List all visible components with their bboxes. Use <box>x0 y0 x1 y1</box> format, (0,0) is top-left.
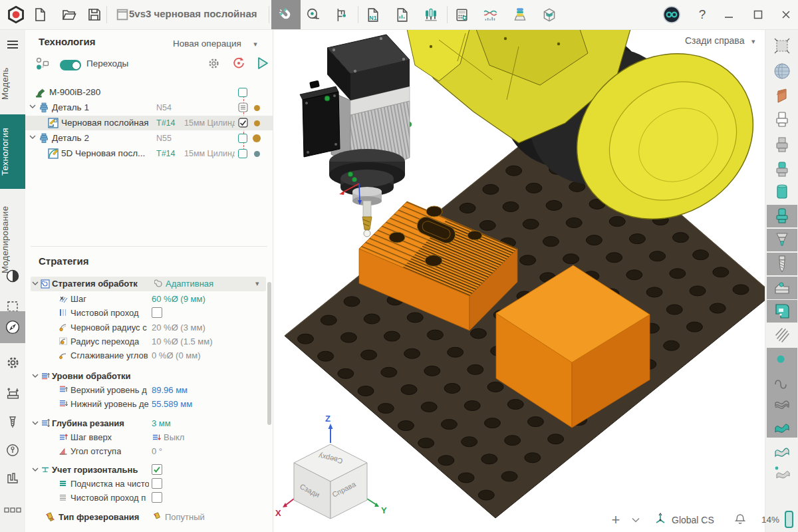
strategy-row-link-radius[interactable]: Радиус перехода 10 %Ø (1.5 мм) <box>25 335 273 348</box>
cone-tool-button[interactable] <box>767 229 797 251</box>
strategy-value[interactable]: Выкл <box>164 432 184 442</box>
tab-model[interactable]: Модель <box>0 56 25 112</box>
shaded-surface-button[interactable] <box>767 415 797 438</box>
holder-teal-gray-button[interactable] <box>767 158 797 181</box>
cs-name-label[interactable]: Global CS <box>672 515 714 525</box>
view-cube[interactable]: Сверху Сзади Справа Z X Y <box>275 414 387 519</box>
strategy-value[interactable]: Попутный <box>165 512 205 522</box>
tree-row-machine[interactable]: M-900iB-280 <box>25 85 273 100</box>
hatch-button[interactable] <box>767 324 797 346</box>
finish-pass-2-checkbox[interactable] <box>152 492 162 503</box>
nc-program-button[interactable]: N1 <box>360 3 384 27</box>
tab-technology[interactable]: Технология <box>0 114 25 189</box>
point-display-button[interactable] <box>767 348 797 370</box>
globe-button[interactable] <box>767 60 797 82</box>
strategy-value[interactable]: 55.589 мм <box>152 399 192 409</box>
strategy-group-levels[interactable]: Уровни обработки <box>25 370 273 383</box>
compass-orient-button[interactable] <box>0 311 25 343</box>
machine-block-button[interactable] <box>767 277 797 299</box>
finish-pass-checkbox[interactable] <box>152 307 162 318</box>
holder-teal-2-button[interactable] <box>767 205 797 227</box>
strategy-value[interactable]: Адаптивная <box>166 279 213 289</box>
drill-bit-button[interactable] <box>767 253 797 275</box>
strategy-value[interactable]: 89.96 мм <box>152 385 188 395</box>
operations-list-icon[interactable] <box>238 102 248 112</box>
strategy-value[interactable]: 60 %Ø (9 мм) <box>152 294 205 304</box>
visibility-checkbox[interactable] <box>238 134 247 143</box>
minimize-button[interactable] <box>717 3 741 27</box>
more-button[interactable] <box>0 495 25 525</box>
fixture-button[interactable] <box>767 108 797 131</box>
curve-display-button[interactable] <box>767 370 797 393</box>
viewport-3d[interactable]: Сверху Сзади Справа Z X Y <box>273 29 766 532</box>
cleanup-checkbox[interactable] <box>152 478 162 489</box>
strategy-value[interactable]: 20 %Ø (3 мм) <box>152 323 205 332</box>
stock-frame-button[interactable] <box>767 35 797 57</box>
strategy-value[interactable]: 3 мм <box>152 418 171 428</box>
strategy-row-step-up[interactable]: Шаг вверх Выкл <box>25 431 273 444</box>
recalculate-button[interactable] <box>230 55 247 72</box>
chevron-down-icon[interactable] <box>32 467 39 471</box>
workpiece-button[interactable] <box>767 134 797 156</box>
stock-setup-button[interactable] <box>0 378 25 408</box>
tree-row-roughing-op[interactable]: Черновая послойная T#14 15мм Цилинд <box>25 116 273 130</box>
tree-row-5d-op[interactable]: 5D Черновая посл... T#14 15мм Цилинд <box>25 146 273 161</box>
strategy-row-bottom-level[interactable]: Нижний уровень де 55.589 мм <box>25 398 273 411</box>
chevron-down-icon[interactable] <box>32 281 39 285</box>
tree-row-part2[interactable]: Деталь 2 N55 <box>25 131 273 146</box>
holder-teal-button[interactable] <box>767 181 797 203</box>
strategy-value[interactable]: 10 %Ø (1.5 мм) <box>152 336 213 346</box>
visibility-checkbox[interactable] <box>238 88 247 97</box>
strategy-row-finish-pass-2[interactable]: Чистовой проход п <box>25 491 273 505</box>
strategy-group-cut-depth[interactable]: Глубина резания 3 мм <box>25 417 273 430</box>
cs-expand-button[interactable] <box>629 515 642 525</box>
gauge-button[interactable] <box>0 435 25 466</box>
strategy-row-finish-pass[interactable]: Чистовой проход <box>25 307 273 320</box>
shading-mode-button[interactable] <box>0 261 25 291</box>
machine-teal-button[interactable] <box>767 300 797 323</box>
report-button[interactable] <box>390 3 414 27</box>
surface-points-button[interactable] <box>767 462 797 484</box>
chevron-down-icon[interactable] <box>29 104 36 108</box>
maximize-button[interactable] <box>746 3 770 27</box>
caliper-button[interactable] <box>329 3 352 27</box>
notifications-button[interactable] <box>732 511 749 528</box>
cs-button[interactable] <box>652 511 669 528</box>
view-orientation-selector[interactable]: Сзади справа ▾ <box>685 35 755 47</box>
chevron-down-icon[interactable] <box>32 374 39 378</box>
strategy-row-retract-angle[interactable]: Угол отступа 0 ° <box>25 445 273 458</box>
settings-button[interactable] <box>0 347 25 378</box>
new-operation-dropdown[interactable]: Новая операция ▾ <box>173 37 257 49</box>
surface-button[interactable] <box>767 84 797 107</box>
surface-mode-button[interactable] <box>767 439 797 462</box>
tool-button[interactable] <box>0 407 25 438</box>
tool-library-button[interactable] <box>419 3 443 27</box>
layers-button[interactable] <box>508 3 532 27</box>
horizontal-areas-checkbox[interactable] <box>152 464 162 475</box>
main-menu-button[interactable] <box>0 35 25 55</box>
cutting-tool[interactable] <box>362 201 372 237</box>
open-button[interactable] <box>57 3 81 27</box>
magnet-snap-button[interactable] <box>271 0 301 29</box>
strategy-group-horizontal[interactable]: Учет горизонтальнь <box>25 464 273 477</box>
panel-scrollbar[interactable] <box>267 282 271 425</box>
measure-button[interactable] <box>301 3 325 27</box>
fixture-button[interactable] <box>0 463 25 493</box>
wireframe-surface-button[interactable] <box>767 393 797 416</box>
operation-structure-button[interactable] <box>35 56 51 72</box>
visibility-checkbox[interactable] <box>238 149 247 158</box>
app-logo[interactable] <box>4 3 28 27</box>
strategy-row-rough-radius[interactable]: Черновой радиус с 20 %Ø (3 мм) <box>25 321 273 334</box>
operation-settings-button[interactable] <box>205 55 222 72</box>
chevron-down-icon[interactable] <box>29 135 36 139</box>
strategy-value[interactable]: 0 ° <box>152 446 162 456</box>
strategy-row-top-level[interactable]: Верхний уровень д 89.96 мм <box>25 384 273 397</box>
strategy-row-mill-type[interactable]: Тип фрезерования Попутный <box>25 511 273 524</box>
strategy-row-step[interactable]: Шаг 60 %Ø (9 мм) <box>25 293 273 306</box>
save-button[interactable] <box>82 3 106 27</box>
tree-row-part1[interactable]: Деталь 1 N54 <box>25 100 273 115</box>
chevron-down-icon[interactable] <box>32 421 39 425</box>
strategy-row-cleanup[interactable]: Подчистка на чисто <box>25 477 273 491</box>
assistant-button[interactable] <box>660 3 684 27</box>
close-button[interactable] <box>774 3 798 27</box>
